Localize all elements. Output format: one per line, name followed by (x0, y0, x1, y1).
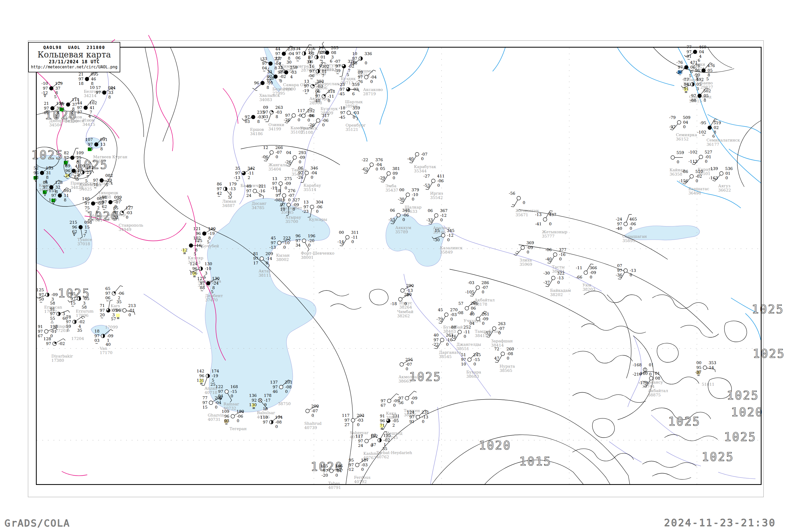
bulletin-code: QAOL98 UAOL 231800 (43, 45, 105, 50)
station-value: 195 (383, 433, 391, 438)
station-value: 0 (126, 215, 129, 220)
station-value: 40 (470, 312, 475, 317)
station-value: 0 (677, 159, 679, 165)
weather-symbol-icon: ~ (66, 176, 69, 180)
station-value: 06 (390, 208, 395, 213)
station-value: 96 (224, 414, 229, 419)
cloud-cover-icon (405, 396, 409, 400)
cloud-cover-icon (282, 194, 286, 197)
cloud-cover-icon (189, 244, 193, 247)
weather-symbol-icon: ≡ (684, 90, 688, 94)
station-value: 198 (50, 324, 58, 329)
station-name-label: 38202 (550, 292, 563, 297)
cloud-cover-icon (100, 178, 103, 182)
cloud-cover-icon (387, 172, 391, 175)
station-value: 0 (527, 250, 529, 254)
station-value: -168 (632, 363, 642, 367)
cloud-cover-icon (40, 171, 44, 175)
isobar-line (737, 120, 762, 187)
station-value: -04 (288, 51, 294, 56)
station-value: -139 (709, 166, 718, 171)
station-value: 06 (471, 306, 476, 311)
station-name-label: 34083 (259, 97, 272, 102)
isobar-line (163, 47, 179, 141)
weather-symbol-icon: ≡ (116, 316, 120, 320)
station-value: 37 (77, 110, 82, 115)
station-value: 0 (498, 331, 501, 336)
station-plot: 05-29381090Эмба35437 (379, 166, 400, 193)
station-value: 209 (311, 404, 319, 408)
station-value: 24 (358, 443, 363, 448)
station-value: 381 (392, 166, 400, 171)
station-name-label: 34949 (119, 227, 131, 232)
station-value: 342 (247, 166, 255, 171)
station-value: 0 (422, 419, 424, 424)
station-value: 18 (78, 81, 83, 86)
station-value: 15 (203, 405, 208, 410)
cloud-cover-icon (206, 281, 210, 285)
station-value: -27 (423, 174, 430, 178)
station-name-label: 34214 (84, 93, 97, 98)
station-value: 228 (266, 76, 274, 81)
station-value: -113 (688, 159, 698, 164)
cloud-cover-icon (465, 306, 469, 310)
station-value: 97 (217, 187, 222, 191)
station-plot: 209-070Shahrud40739 (304, 404, 322, 430)
station-value: 44 (77, 100, 82, 105)
station-value: -86 (682, 169, 688, 174)
station-plot: 789759-02435△17204 (66, 315, 85, 341)
isobar-label: 1015 (519, 455, 552, 468)
station-value: 6 (352, 92, 355, 96)
station-name-label: 34300 (65, 119, 78, 124)
station-value: -105 (465, 290, 474, 294)
station-value: 174 (211, 369, 219, 374)
station-value: -18 (391, 301, 397, 306)
station-value: -36 (616, 273, 622, 278)
station-value: 13 (272, 176, 277, 181)
station-value: 0 (705, 159, 707, 164)
station-value: 203 (357, 413, 364, 418)
station-value: 201 (285, 380, 292, 385)
isobar-label: 1025 (668, 415, 701, 428)
station-value: 130 (205, 262, 212, 266)
station-value: 215 (70, 220, 77, 225)
station-value: 0 (129, 312, 131, 317)
station-value: 7 (322, 73, 324, 78)
station-plot: 519710245-150Бухара38683 (461, 353, 481, 379)
cloud-cover-icon (400, 363, 403, 366)
station-value: 97 (46, 341, 51, 346)
station-value: 91 (410, 419, 414, 424)
cloud-cover-icon (690, 82, 694, 86)
station-value: 34 (296, 243, 301, 248)
station-value: 0 (311, 175, 314, 180)
weather-symbol-icon: ~ (196, 239, 200, 243)
station-value: 8 (257, 119, 260, 124)
station-name-label: Кочубей (201, 244, 219, 248)
cloud-cover-icon (325, 51, 329, 55)
station-value: 0 (725, 175, 728, 180)
station-value: 97 (296, 238, 301, 243)
station-value: -45 (338, 92, 345, 96)
station-name-label: 35437 (385, 188, 398, 193)
water-bodies (36, 47, 700, 412)
caspian-sea (205, 198, 330, 412)
station-value: 239 (288, 46, 295, 51)
station-value: 97 (64, 155, 69, 160)
station-value: -11 (576, 265, 582, 270)
station-value: 0 (683, 125, 686, 129)
station-value: 8 (100, 147, 103, 151)
station-name-label: 38885 (386, 415, 399, 420)
station-value: -02 (78, 320, 85, 324)
station-value: 260 (507, 347, 514, 352)
station-value: 0 (446, 342, 449, 347)
station-value: -03 (357, 418, 363, 423)
station-name-label: 34825 (79, 187, 92, 191)
cloud-cover-icon (85, 77, 89, 81)
isobar-line (657, 343, 678, 362)
isobar-line (607, 295, 631, 378)
station-value: 128 (43, 337, 51, 341)
cloud-cover-icon (702, 69, 705, 72)
station-value: 18 (276, 188, 281, 193)
isobar-line (680, 325, 719, 337)
station-name-label: 34199 (268, 127, 281, 131)
